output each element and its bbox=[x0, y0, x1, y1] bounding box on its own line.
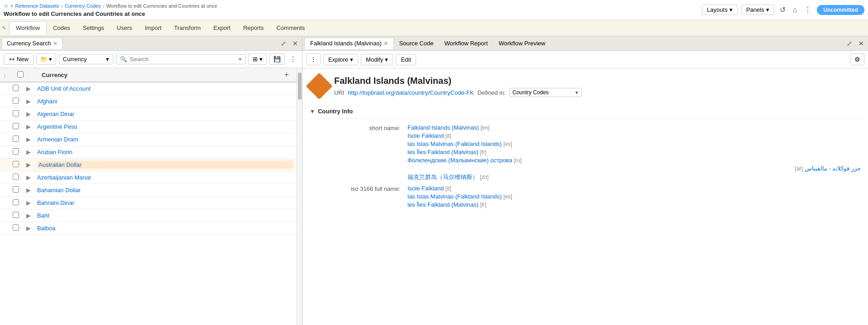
expand-icon[interactable]: ▶ bbox=[26, 187, 31, 194]
table-row[interactable]: ▶ Australian Dollar bbox=[0, 159, 297, 171]
new-button[interactable]: + + New bbox=[4, 53, 34, 65]
property-label: iso 3166 full name: bbox=[310, 185, 400, 192]
nav-tabs: ✎ Workflow Codes Settings Users Import T… bbox=[0, 20, 868, 36]
table-row[interactable]: ▶ Argentine Peso bbox=[0, 121, 297, 133]
more-options-button[interactable]: ⋮ bbox=[802, 4, 813, 16]
layouts-button[interactable]: Layouts ▾ bbox=[702, 5, 738, 15]
breadcrumb: ☆ ≡ Reference Datasets › Currency Codes … bbox=[4, 3, 217, 10]
expand-icon[interactable]: ▶ bbox=[26, 149, 31, 155]
uncommitted-button[interactable]: Uncommitted bbox=[817, 5, 864, 15]
expand-icon[interactable]: ▶ bbox=[26, 136, 31, 143]
settings-button[interactable]: ⚙ bbox=[850, 53, 864, 65]
row-checkbox[interactable] bbox=[13, 110, 19, 116]
row-checkbox[interactable] bbox=[13, 174, 19, 180]
left-scrollbar[interactable] bbox=[297, 68, 302, 325]
explore-button[interactable]: Explore ▾ bbox=[323, 54, 358, 65]
property-value: Фолклендские (Мальвинские) острова [ru] bbox=[408, 157, 861, 164]
row-checkbox[interactable] bbox=[13, 199, 19, 205]
currency-type-select[interactable]: Currency ▾ bbox=[59, 54, 113, 64]
expand-icon[interactable]: ▶ bbox=[26, 199, 31, 206]
table-row[interactable]: ▶ Bahamian Dollar bbox=[0, 184, 297, 197]
expand-icon[interactable]: ▶ bbox=[26, 174, 31, 181]
close-panel-button[interactable]: ✕ bbox=[290, 39, 300, 48]
table-row[interactable]: ▶ Armenian Dram bbox=[0, 133, 297, 146]
currency-name: Algerian Dinar bbox=[37, 111, 293, 117]
close-right-panel-button[interactable]: ✕ bbox=[856, 39, 866, 48]
tab-workflow-preview[interactable]: Workflow Preview bbox=[493, 38, 551, 49]
property-value: les Îles Falkland (Malvinas) [fr] bbox=[408, 149, 861, 155]
folder-button[interactable]: 📁 ▾ bbox=[36, 53, 56, 65]
page-title: Workflow to edit Currencies and Countrie… bbox=[4, 10, 217, 17]
currency-name: Bahraini Dinar bbox=[37, 199, 293, 206]
table-row[interactable]: ▶ Baht bbox=[0, 209, 297, 222]
table-row[interactable]: ▶ Aruban Florin bbox=[0, 146, 297, 159]
table-row[interactable]: ▶ ADB Unit of Account bbox=[0, 82, 297, 95]
expand-right-panel-button[interactable]: ⤢ bbox=[844, 39, 854, 48]
entity-info: Falkland Islands (Malvinas) URI http://t… bbox=[334, 76, 861, 97]
edit-icon: ✎ bbox=[2, 25, 6, 31]
content-area: Falkland Islands (Malvinas) URI http://t… bbox=[302, 68, 868, 325]
more-options-button[interactable]: ⋮ bbox=[306, 53, 321, 65]
expand-icon[interactable]: ▶ bbox=[26, 161, 31, 168]
tab-reports[interactable]: Reports bbox=[237, 22, 270, 34]
tab-workflow-report[interactable]: Workflow Report bbox=[439, 38, 493, 49]
table-row[interactable]: ▶ Azerbaijanian Manat bbox=[0, 171, 297, 184]
entity-uri[interactable]: http://topbraid.org/data/country/Country… bbox=[348, 89, 474, 96]
row-checkbox[interactable] bbox=[13, 148, 19, 155]
table-row[interactable]: ▶ Balboa bbox=[0, 222, 297, 235]
expand-icon[interactable]: ▶ bbox=[26, 111, 31, 117]
expand-icon[interactable]: ▶ bbox=[26, 85, 31, 92]
expand-icon[interactable]: ▶ bbox=[26, 225, 31, 232]
add-column-icon[interactable]: + bbox=[284, 71, 288, 78]
row-checkbox[interactable] bbox=[13, 186, 19, 193]
row-checkbox[interactable] bbox=[13, 212, 19, 218]
breadcrumb-item-1[interactable]: Reference Datasets bbox=[15, 3, 59, 9]
tab-codes[interactable]: Codes bbox=[47, 22, 77, 34]
row-checkbox[interactable] bbox=[13, 161, 19, 167]
save-button[interactable]: 💾 bbox=[269, 53, 285, 65]
close-tab-icon[interactable]: ✕ bbox=[384, 40, 388, 47]
expand-icon[interactable]: ▶ bbox=[26, 212, 31, 219]
view-options-button[interactable]: ⊞ ▾ bbox=[249, 53, 267, 65]
section-header[interactable]: ▼ Country Info bbox=[310, 104, 861, 119]
table-row[interactable]: ▶ Algerian Dinar bbox=[0, 108, 297, 121]
panels-button[interactable]: Panels ▾ bbox=[741, 5, 774, 15]
tab-settings[interactable]: Settings bbox=[77, 22, 110, 34]
tab-users[interactable]: Users bbox=[110, 22, 139, 34]
home-button[interactable]: ⌂ bbox=[791, 4, 799, 16]
collapse-icon: ▼ bbox=[310, 108, 315, 115]
more-menu-button[interactable]: ⋮ bbox=[288, 55, 298, 63]
chevron-down-icon: ▾ bbox=[49, 56, 52, 63]
currency-search-tab-close[interactable]: ✕ bbox=[53, 40, 58, 47]
expand-icon[interactable]: ▶ bbox=[26, 98, 31, 105]
undo-button[interactable]: ↺ bbox=[778, 4, 787, 16]
row-checkbox[interactable] bbox=[13, 224, 19, 231]
table-row[interactable]: ▶ Afghani bbox=[0, 95, 297, 108]
row-checkbox[interactable] bbox=[13, 97, 19, 104]
tab-import[interactable]: Import bbox=[139, 22, 168, 34]
property-values: Falkland Islands (Malvinas) [en] Isole F… bbox=[408, 124, 861, 181]
tab-workflow[interactable]: Workflow bbox=[9, 21, 47, 34]
breadcrumb-item-2[interactable]: Currency Codes bbox=[65, 3, 101, 9]
edit-button[interactable]: Edit bbox=[396, 54, 416, 65]
scrollbar-thumb[interactable] bbox=[298, 73, 302, 100]
expand-panel-button[interactable]: ⤢ bbox=[278, 39, 288, 48]
search-input[interactable] bbox=[130, 56, 236, 63]
currency-name: Aruban Florin bbox=[37, 149, 293, 155]
filter-icon[interactable]: ▾ bbox=[239, 56, 242, 63]
table-row[interactable]: ▶ Bahraini Dinar bbox=[0, 197, 297, 209]
tab-export[interactable]: Export bbox=[207, 22, 237, 34]
modify-button[interactable]: Modify ▾ bbox=[361, 54, 393, 65]
tab-transform[interactable]: Transform bbox=[168, 22, 207, 34]
row-checkbox[interactable] bbox=[13, 123, 19, 129]
tab-comments[interactable]: Comments bbox=[270, 22, 311, 34]
tab-falkland-islands[interactable]: Falkland Islands (Malvinas) ✕ bbox=[304, 38, 394, 49]
defined-in-select[interactable]: Country Codes Currency Codes bbox=[509, 88, 582, 97]
row-checkbox[interactable] bbox=[13, 85, 19, 91]
currency-search-tab[interactable]: Currency Search ✕ bbox=[2, 38, 62, 49]
row-checkbox[interactable] bbox=[13, 136, 19, 142]
currency-search-tab-label: Currency Search bbox=[7, 40, 51, 47]
expand-icon[interactable]: ▶ bbox=[26, 123, 31, 130]
tab-source-code[interactable]: Source Code bbox=[394, 38, 439, 49]
select-all-checkbox[interactable] bbox=[17, 71, 24, 78]
